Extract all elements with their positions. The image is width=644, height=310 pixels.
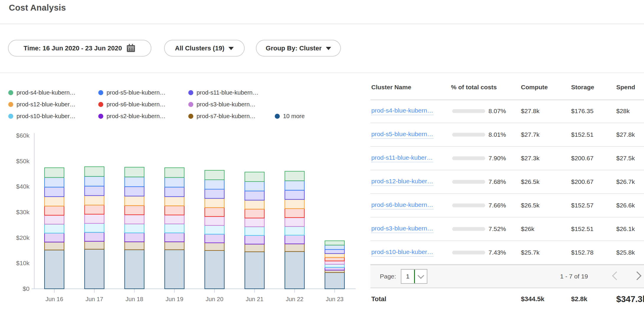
bar-segment[interactable] <box>125 206 144 215</box>
bar-segment[interactable] <box>45 168 64 177</box>
bar-segment[interactable] <box>45 242 64 250</box>
bar-segment[interactable] <box>45 233 64 242</box>
cluster-name-link[interactable]: prod-s3-blue-kubern… <box>371 225 433 233</box>
bar-segment[interactable] <box>285 181 304 190</box>
bar-segment[interactable] <box>165 250 184 289</box>
cluster-name-link[interactable]: prod-s12-blue-kuber… <box>371 178 433 186</box>
time-range-filter[interactable]: Time: 16 Jun 2020 - 23 Jun 2020 <box>8 40 151 57</box>
bar-segment[interactable] <box>85 186 104 196</box>
legend-item[interactable]: prod-s11-blue-kubern… <box>188 89 259 96</box>
bar-segment[interactable] <box>165 215 184 224</box>
bar-segment[interactable] <box>205 189 224 198</box>
bar-segment[interactable] <box>205 243 224 250</box>
bar-segment[interactable] <box>85 205 104 214</box>
bar-segment[interactable] <box>45 177 64 187</box>
bar-segment[interactable] <box>85 214 104 223</box>
bar-segment[interactable] <box>245 209 264 218</box>
bar-segment[interactable] <box>125 233 144 242</box>
bar-segment[interactable] <box>125 187 144 196</box>
bar-segment[interactable] <box>285 244 304 252</box>
bar-segment[interactable] <box>85 223 104 232</box>
cluster-name-link[interactable]: prod-s10-blue-kuber… <box>371 248 433 257</box>
bar-segment[interactable] <box>285 190 304 199</box>
bar-segment[interactable] <box>165 224 184 233</box>
bar-segment[interactable] <box>285 235 304 244</box>
bar-segment[interactable] <box>325 261 344 264</box>
bar-segment[interactable] <box>325 250 344 254</box>
cluster-name-link[interactable]: prod-s5-blue-kubern… <box>371 131 433 139</box>
bar-segment[interactable] <box>85 196 104 205</box>
bar-segment[interactable] <box>125 242 144 250</box>
bar-segment[interactable] <box>85 233 104 241</box>
bar-segment[interactable] <box>125 177 144 187</box>
bar-segment[interactable] <box>245 235 264 244</box>
legend-item[interactable]: prod-s5-blue-kubern… <box>98 89 166 96</box>
bar-segment[interactable] <box>285 217 304 226</box>
next-page-button[interactable] <box>633 271 642 280</box>
bar-segment[interactable] <box>325 270 344 273</box>
bar-segment[interactable] <box>85 249 104 289</box>
bar-segment[interactable] <box>245 200 264 209</box>
bar-segment[interactable] <box>125 250 144 289</box>
bar-segment[interactable] <box>45 215 64 224</box>
bar-segment[interactable] <box>45 187 64 197</box>
bar-segment[interactable] <box>85 167 104 177</box>
bar-segment[interactable] <box>205 217 224 225</box>
bar-segment[interactable] <box>245 252 264 289</box>
bar-segment[interactable] <box>85 241 104 249</box>
previous-page-button[interactable] <box>612 271 621 280</box>
bar-segment[interactable] <box>125 224 144 233</box>
bar-segment[interactable] <box>325 241 344 245</box>
bar-segment[interactable] <box>165 187 184 197</box>
bar-segment[interactable] <box>85 177 104 186</box>
bar-segment[interactable] <box>45 250 64 289</box>
bar-segment[interactable] <box>245 218 264 227</box>
bar-segment[interactable] <box>45 224 64 233</box>
bar-segment[interactable] <box>125 167 144 177</box>
bar-segment[interactable] <box>285 171 304 181</box>
bar-segment[interactable] <box>45 197 64 206</box>
clusters-filter-dropdown[interactable]: All Clusters (19) <box>164 40 245 57</box>
legend-item[interactable]: prod-s2-blue-kubern… <box>98 113 166 120</box>
bar-segment[interactable] <box>205 234 224 243</box>
bar-segment[interactable] <box>325 245 344 250</box>
bar-segment[interactable] <box>285 199 304 209</box>
cluster-name-link[interactable]: prod-s6-blue-kubern… <box>371 201 433 210</box>
legend-item[interactable]: prod-s4-blue-kubern… <box>8 89 76 96</box>
bar-segment[interactable] <box>325 264 344 267</box>
bar-segment[interactable] <box>245 191 264 200</box>
bar-segment[interactable] <box>165 177 184 187</box>
bar-segment[interactable] <box>285 227 304 235</box>
bar-segment[interactable] <box>325 253 344 257</box>
bar-segment[interactable] <box>285 209 304 217</box>
bar-segment[interactable] <box>165 168 184 177</box>
bar-segment[interactable] <box>165 206 184 215</box>
legend-item[interactable]: 10 more <box>275 113 305 120</box>
group-by-dropdown[interactable]: Group By: Cluster <box>256 40 341 57</box>
bar-segment[interactable] <box>205 180 224 189</box>
bar-segment[interactable] <box>125 196 144 205</box>
bar-segment[interactable] <box>325 257 344 261</box>
legend-item[interactable]: prod-s6-blue-kubern… <box>98 101 166 108</box>
legend-item[interactable]: prod-s10-blue-kuber… <box>8 113 76 120</box>
bar-segment[interactable] <box>165 242 184 250</box>
bar-segment[interactable] <box>205 250 224 289</box>
bar-segment[interactable] <box>245 244 264 252</box>
bar-segment[interactable] <box>205 225 224 234</box>
bar-segment[interactable] <box>205 170 224 180</box>
bar-segment[interactable] <box>125 215 144 224</box>
bar-segment[interactable] <box>285 252 304 289</box>
bar-segment[interactable] <box>45 206 64 215</box>
bar-segment[interactable] <box>325 267 344 270</box>
bar-segment[interactable] <box>245 227 264 235</box>
legend-item[interactable]: prod-s3-blue-kubern… <box>188 101 256 108</box>
legend-item[interactable]: prod-s7-blue-kubern… <box>188 113 256 120</box>
bar-segment[interactable] <box>165 233 184 242</box>
bar-segment[interactable] <box>245 182 264 191</box>
bar-segment[interactable] <box>325 273 344 289</box>
page-select[interactable]: 1 <box>401 269 427 284</box>
legend-item[interactable]: prod-s12-blue-kuber… <box>8 101 76 108</box>
cluster-name-link[interactable]: prod-s4-blue-kubern… <box>371 107 433 115</box>
bar-segment[interactable] <box>245 172 264 182</box>
bar-segment[interactable] <box>165 197 184 206</box>
